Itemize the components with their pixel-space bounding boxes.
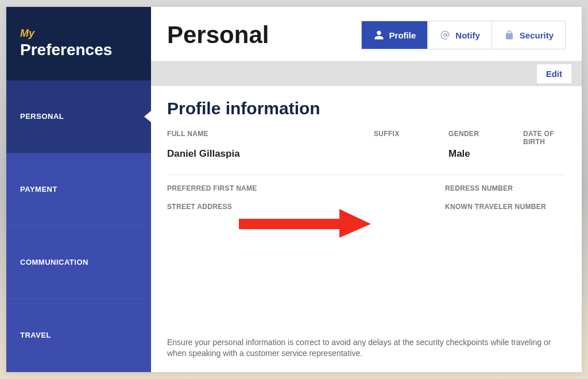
tab-security[interactable]: Security xyxy=(492,21,565,49)
tab-label: Profile xyxy=(389,30,416,40)
tab-label: Notify xyxy=(455,30,480,40)
value-dob xyxy=(523,148,566,160)
page-title: Personal xyxy=(167,21,269,49)
tab-bar: Profile Notify Security xyxy=(361,21,566,49)
sidebar: My Preferences PERSONAL PAYMENT COMMUNIC… xyxy=(6,7,151,372)
tab-profile[interactable]: Profile xyxy=(362,21,428,49)
secondary-row-2: STREET ADDRESS KNOWN TRAVELER NUMBER xyxy=(167,203,566,219)
label-full-name: FULL NAME xyxy=(167,130,374,146)
divider xyxy=(167,175,566,175)
edit-bar: Edit xyxy=(151,61,582,86)
sidebar-item-travel[interactable]: TRAVEL xyxy=(6,299,151,372)
sidebar-item-payment[interactable]: PAYMENT xyxy=(6,153,151,226)
footer-note: Ensure your personal information is corr… xyxy=(167,326,566,359)
tab-notify[interactable]: Notify xyxy=(427,21,492,49)
content-area: Profile information FULL NAME SUFFIX GEN… xyxy=(151,86,582,372)
profile-fields-grid: FULL NAME SUFFIX GENDER DATE OF BIRTH Da… xyxy=(167,130,566,182)
sidebar-item-label: TRAVEL xyxy=(20,331,51,339)
tab-label: Security xyxy=(520,30,554,40)
sidebar-item-communication[interactable]: COMMUNICATION xyxy=(6,226,151,299)
label-preferred-first-name: PREFERRED FIRST NAME xyxy=(167,184,374,192)
sidebar-item-label: PAYMENT xyxy=(20,185,57,194)
label-gender: GENDER xyxy=(448,130,523,146)
section-title: Profile information xyxy=(167,99,566,118)
label-street-address: STREET ADDRESS xyxy=(167,203,374,211)
brand-prefix: My xyxy=(20,28,137,40)
lock-icon xyxy=(504,29,515,41)
main-panel: Personal Profile Notify xyxy=(151,7,582,372)
sidebar-item-label: PERSONAL xyxy=(20,112,64,121)
sidebar-brand: My Preferences xyxy=(6,7,151,80)
app-container: My Preferences PERSONAL PAYMENT COMMUNIC… xyxy=(6,7,582,372)
label-known-traveler: KNOWN TRAVELER NUMBER xyxy=(445,203,566,211)
edit-button[interactable]: Edit xyxy=(537,64,571,83)
value-gender: Male xyxy=(448,148,523,160)
value-full-name: Daniel Gillaspia xyxy=(167,148,374,160)
person-icon xyxy=(373,29,385,41)
sidebar-item-personal[interactable]: PERSONAL xyxy=(6,80,151,153)
label-suffix: SUFFIX xyxy=(374,130,448,146)
label-dob: DATE OF BIRTH xyxy=(523,130,566,146)
sidebar-item-label: COMMUNICATION xyxy=(20,258,88,266)
at-sign-icon xyxy=(439,29,451,41)
secondary-row-1: PREFERRED FIRST NAME REDRESS NUMBER xyxy=(167,184,566,200)
label-redress-number: REDRESS NUMBER xyxy=(445,184,566,192)
main-header: Personal Profile Notify xyxy=(151,7,582,61)
brand-main: Preferences xyxy=(20,41,137,59)
value-suffix xyxy=(374,148,448,160)
